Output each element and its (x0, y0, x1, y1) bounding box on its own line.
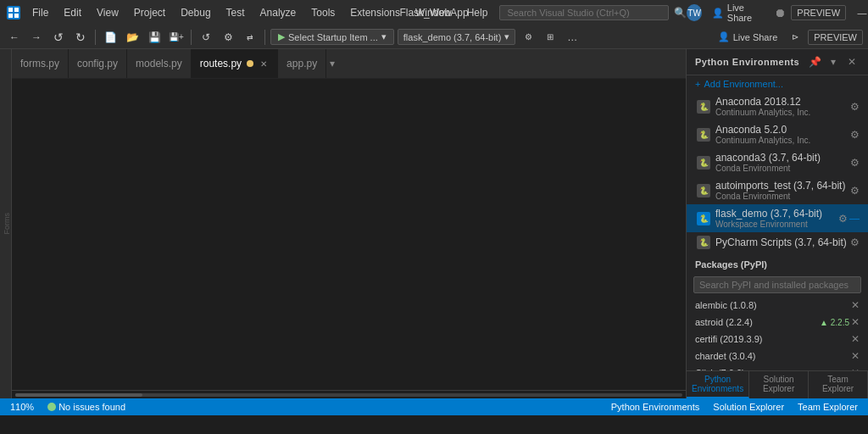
grid-button[interactable]: ⊞ (541, 28, 559, 47)
env-settings-icon-5[interactable]: ⚙ (850, 236, 860, 248)
search-packages-input[interactable] (693, 276, 861, 293)
panel-title: Python Environments (695, 57, 799, 67)
preview-toolbar-button[interactable]: PREVIEW (808, 30, 863, 45)
line-numbers (12, 79, 50, 390)
env-item-0[interactable]: 🐍 Anaconda 2018.12 Continuum Analytics, … (687, 92, 868, 120)
pkg-remove-3[interactable]: ✕ (851, 350, 860, 362)
preview-button[interactable]: PREVIEW (791, 5, 846, 20)
search-input[interactable] (499, 5, 669, 20)
pkg-item-0[interactable]: alembic (1.0.8) ✕ (687, 297, 868, 314)
env-item-3[interactable]: 🐍 autoimports_test (3.7, 64-bit) Conda E… (687, 176, 868, 204)
menu-project[interactable]: Project (127, 5, 172, 20)
diff-button[interactable]: ⇄ (241, 28, 259, 47)
tabs-overflow-button[interactable]: ▾ (326, 49, 338, 78)
env-name-5: PyCharm Scripts (3.7, 64-bit) (715, 236, 850, 248)
env-item-4[interactable]: 🐍 flask_demo (3.7, 64-bit) Workspace Env… (687, 204, 868, 232)
share-toolbar-icon: 👤 (718, 31, 730, 42)
save-button[interactable]: 💾 (145, 28, 164, 47)
tab-close-routes[interactable]: ✕ (259, 59, 269, 69)
env-sub-1: Continuum Analytics, Inc. (715, 136, 850, 145)
pkg-item-3[interactable]: chardet (3.0.4) ✕ (687, 348, 868, 364)
tab-config[interactable]: config.py (69, 49, 127, 78)
horizontal-scrollbar[interactable] (12, 390, 686, 398)
pkg-item-2[interactable]: certifi (2019.3.9) ✕ (687, 331, 868, 348)
env-item-2[interactable]: 🐍 anaconda3 (3.7, 64-bit) Conda Environm… (687, 148, 868, 176)
issues-status[interactable]: No issues found (44, 402, 129, 412)
solution-explorer-status-tab[interactable]: Solution Explorer (709, 402, 787, 412)
pkg-item-4[interactable]: Click (7.0.0) ✕ (687, 364, 868, 370)
env-settings-icon-4[interactable]: ⚙ (838, 213, 848, 225)
record-icon: ⏺ (774, 6, 786, 19)
menu-extensions[interactable]: Extensions (343, 5, 407, 20)
tab-app[interactable]: app.py (278, 49, 326, 78)
startup-item-selector[interactable]: ▶ Select Startup Item ... ▾ (270, 29, 394, 45)
chevron-down-icon: ▾ (381, 31, 387, 42)
menu-file[interactable]: File (25, 5, 55, 20)
env-item-1[interactable]: 🐍 Anaconda 5.2.0 Continuum Analytics, In… (687, 120, 868, 148)
code-content[interactable] (50, 79, 686, 390)
packages-header: Packages (PyPI) (687, 256, 868, 273)
redo-button[interactable]: ↻ (71, 28, 90, 47)
team-explorer-status-tab[interactable]: Team Explorer (794, 402, 861, 412)
add-environment-button[interactable]: + Add Environment... (687, 75, 868, 92)
menu-edit[interactable]: Edit (57, 5, 88, 20)
debug-config-button[interactable]: ⚙ (519, 28, 537, 47)
zoom-status[interactable]: 110% (7, 402, 37, 412)
statusbar-left: 110% No issues found (7, 402, 129, 412)
menu-test[interactable]: Test (220, 5, 252, 20)
titlebar: File Edit View Project Debug Test Analyz… (0, 0, 868, 25)
menu-view[interactable]: View (90, 5, 125, 20)
code-editor (12, 79, 686, 390)
menu-analyze[interactable]: Analyze (253, 5, 303, 20)
pkg-item-1[interactable]: astroid (2.2.4) ▲ 2.2.5 ✕ (687, 314, 868, 331)
titlebar-right: TW 👤 Live Share ⏺ PREVIEW — ❐ ✕ (687, 1, 868, 25)
back-button[interactable]: ← (5, 28, 24, 47)
tab-routes[interactable]: routes.py ✕ (192, 49, 278, 78)
env-item-5[interactable]: 🐍 PyCharm Scripts (3.7, 64-bit) ⚙ (687, 232, 868, 253)
tab-team-explorer[interactable]: Team Explorer (809, 371, 868, 398)
more-button[interactable]: … (563, 28, 581, 47)
pkg-name-3: chardet (3.0.4) (695, 351, 851, 361)
python-env-status-tab[interactable]: Python Environments (608, 402, 704, 412)
cast-button[interactable]: ⊳ (786, 28, 804, 47)
menu-debug[interactable]: Debug (174, 5, 217, 20)
tab-forms[interactable]: forms.py (12, 49, 69, 78)
tab-solution-explorer[interactable]: Solution Explorer (749, 371, 809, 398)
env-icon-4: 🐍 (697, 212, 710, 225)
pkg-remove-1[interactable]: ✕ (851, 316, 860, 328)
add-file-button[interactable]: 📄 (101, 28, 120, 47)
settings-button[interactable]: ⚙ (219, 28, 237, 47)
forward-button[interactable]: → (27, 28, 46, 47)
save-all-button[interactable]: 💾+ (167, 28, 186, 47)
tab-models[interactable]: models.py (127, 49, 192, 78)
scrollbar-thumb[interactable] (15, 393, 142, 397)
flask-demo-label: flask_demo (3.7, 64-bit) (403, 32, 502, 42)
pkg-upgrade-1[interactable]: ▲ 2.2.5 (820, 318, 849, 327)
refresh-button[interactable]: ↺ (197, 28, 215, 47)
pkg-remove-2[interactable]: ✕ (851, 333, 860, 345)
live-share-toolbar-button[interactable]: 👤 Live Share (713, 30, 783, 44)
open-button[interactable]: 📂 (123, 28, 142, 47)
flask-demo-selector[interactable]: flask_demo (3.7, 64-bit) ▾ (398, 29, 516, 45)
run-icon: ▶ (278, 31, 285, 42)
env-name-2: anaconda3 (3.7, 64-bit) (715, 152, 850, 164)
python-environments-panel: Python Environments 📌 ▾ ✕ + Add Environm… (686, 49, 868, 398)
env-settings-icon-1[interactable]: ⚙ (850, 129, 860, 141)
tab-label-app: app.py (287, 58, 317, 70)
menu-tools[interactable]: Tools (304, 5, 342, 20)
panel-pin-button[interactable]: 📌 (807, 54, 822, 70)
env-settings-icon-2[interactable]: ⚙ (850, 157, 860, 169)
env-settings-icon-0[interactable]: ⚙ (850, 101, 860, 113)
tab-python-environments[interactable]: Python Environments (687, 371, 749, 398)
undo-button[interactable]: ↺ (49, 28, 68, 47)
pkg-name-2: certifi (2019.3.9) (695, 334, 851, 344)
pkg-remove-0[interactable]: ✕ (851, 299, 860, 311)
avatar: TW (687, 4, 701, 21)
panel-more-button[interactable]: ▾ (826, 54, 841, 70)
env-settings-icon-3[interactable]: ⚙ (850, 185, 860, 197)
panel-close-button[interactable]: ✕ (844, 54, 860, 70)
live-share-button[interactable]: 👤 Live Share (707, 1, 770, 25)
scrollbar-track[interactable] (15, 393, 682, 397)
minimize-button[interactable]: — (851, 4, 868, 21)
environments-list: 🐍 Anaconda 2018.12 Continuum Analytics, … (687, 92, 868, 253)
